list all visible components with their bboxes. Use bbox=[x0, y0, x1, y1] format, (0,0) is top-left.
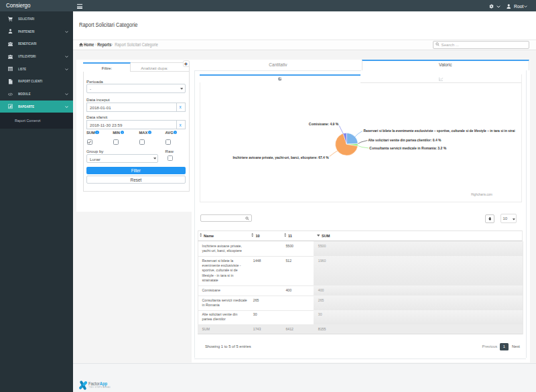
svg-text:Inchiriere avioane private, ya: Inchiriere avioane private, yacht-uri, b… bbox=[232, 155, 328, 159]
svg-text:Consultanta servicii medicale: Consultanta servicii medicale in Romania… bbox=[369, 146, 446, 150]
svg-text:Alte solicitari venite din par: Alte solicitari venite din partea client… bbox=[368, 138, 441, 142]
svg-text:Comisioane: 4.9 %: Comisioane: 4.9 % bbox=[309, 122, 339, 126]
svg-text:Rezervari si bilete la evenime: Rezervari si bilete la evenimente exclus… bbox=[363, 129, 515, 133]
